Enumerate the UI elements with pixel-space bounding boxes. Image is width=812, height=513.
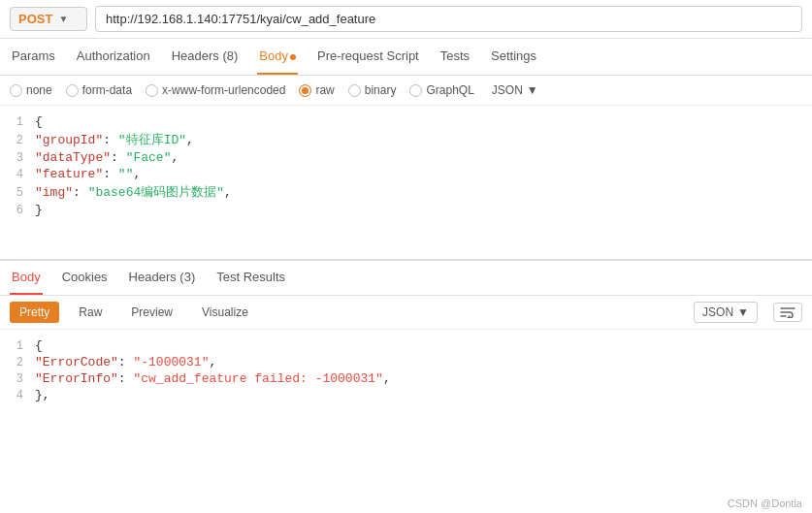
radio-binary — [348, 84, 361, 97]
code-line: 1{ — [0, 337, 812, 354]
response-chevron-icon: ▼ — [737, 305, 749, 319]
request-code-area: 1{2 "groupId": "特征库ID",3 "dataType": "Fa… — [0, 106, 812, 261]
brace-token: { — [35, 338, 43, 353]
response-tab-body[interactable]: Body — [10, 261, 43, 295]
line-content: "ErrorInfo": "cw_add_feature failed: -10… — [35, 371, 812, 386]
radio-form-data — [66, 84, 79, 97]
radio-none — [10, 84, 22, 97]
nav-tabs: Params Authorization Headers (8) Body Pr… — [0, 39, 812, 76]
colon-token: : — [103, 133, 118, 147]
sub-tab-preview[interactable]: Preview — [121, 302, 182, 323]
line-content: }, — [35, 388, 812, 402]
line-content: { — [35, 338, 812, 353]
line-number: 6 — [0, 204, 35, 217]
url-input[interactable] — [95, 6, 802, 32]
code-line: 6} — [0, 202, 812, 218]
tab-headers[interactable]: Headers (8) — [170, 39, 241, 75]
tab-settings[interactable]: Settings — [489, 39, 538, 75]
tab-pre-request[interactable]: Pre-request Script — [315, 39, 421, 75]
body-options: none form-data x-www-form-urlencoded raw… — [0, 76, 812, 106]
string-token: "Face" — [126, 150, 172, 165]
method-select[interactable]: POST ▼ — [10, 7, 87, 31]
response-nav: Body Cookies Headers (3) Test Results — [0, 261, 812, 296]
top-bar: POST ▼ — [0, 0, 812, 39]
brace-token: } — [35, 203, 43, 217]
line-content: "img": "base64编码图片数据", — [35, 183, 812, 201]
tab-tests[interactable]: Tests — [438, 39, 471, 75]
key-token: "ErrorInfo" — [35, 371, 118, 386]
brace-token: { — [35, 114, 43, 129]
tab-body[interactable]: Body — [257, 39, 298, 75]
option-graphql[interactable]: GraphQL — [409, 83, 473, 97]
key-token: "img" — [35, 185, 73, 200]
line-content: { — [35, 114, 812, 129]
line-content: "dataType": "Face", — [35, 150, 812, 165]
string-token: "base64编码图片数据" — [88, 185, 224, 200]
colon-token: : — [73, 185, 88, 200]
code-line: 4}, — [0, 387, 812, 403]
string-token: "特征库ID" — [118, 133, 186, 147]
sub-tab-pretty[interactable]: Pretty — [10, 302, 59, 323]
method-label: POST — [18, 12, 52, 26]
wrap-button[interactable] — [773, 303, 802, 322]
line-content: "feature": "", — [35, 167, 812, 181]
option-form-data[interactable]: form-data — [66, 83, 132, 97]
key-token: "ErrorCode" — [35, 355, 118, 369]
line-number: 3 — [0, 372, 35, 386]
response-tab-test-results[interactable]: Test Results — [214, 261, 287, 295]
response-tab-cookies[interactable]: Cookies — [60, 261, 110, 295]
colon-token: : — [118, 371, 134, 386]
tab-params[interactable]: Params — [10, 39, 57, 75]
colon-token: : — [111, 150, 126, 165]
code-line: 3 "dataType": "Face", — [0, 149, 812, 166]
comma-token: , — [383, 371, 391, 386]
option-binary[interactable]: binary — [348, 83, 397, 97]
sub-tab-raw[interactable]: Raw — [69, 302, 112, 323]
sub-tab-visualize[interactable]: Visualize — [192, 302, 258, 323]
comma-token: , — [133, 167, 141, 181]
tab-authorization[interactable]: Authorization — [75, 39, 152, 75]
json-chevron-icon: ▼ — [527, 83, 538, 97]
comma-token: , — [171, 150, 179, 165]
code-line: 3 "ErrorInfo": "cw_add_feature failed: -… — [0, 370, 812, 387]
line-content: "ErrorCode": "-1000031", — [35, 355, 812, 369]
option-raw[interactable]: raw — [299, 83, 334, 97]
line-number: 2 — [0, 134, 35, 147]
line-number: 2 — [0, 356, 35, 369]
json-format-select[interactable]: JSON ▼ — [492, 83, 538, 97]
key-token: "groupId" — [35, 133, 103, 147]
key-token: "feature" — [35, 167, 103, 181]
brace-token: } — [35, 388, 43, 402]
comma-token: , — [43, 388, 50, 402]
option-none[interactable]: none — [10, 83, 52, 97]
string-red-token: "cw_add_feature failed: -1000031" — [133, 371, 382, 386]
footer-text: CSDN @Dontla — [728, 497, 802, 509]
response-section: Body Cookies Headers (3) Test Results Pr… — [0, 261, 812, 411]
comma-token: , — [186, 133, 194, 147]
string-token: "" — [118, 167, 134, 181]
response-format-select[interactable]: JSON ▼ — [694, 302, 758, 323]
line-number: 4 — [0, 168, 35, 181]
line-number: 1 — [0, 339, 35, 353]
code-line: 2 "groupId": "特征库ID", — [0, 130, 812, 149]
line-content: "groupId": "特征库ID", — [35, 131, 812, 148]
colon-token: : — [103, 167, 118, 181]
line-content: } — [35, 203, 812, 217]
line-number: 3 — [0, 151, 35, 165]
response-tab-headers[interactable]: Headers (3) — [127, 261, 198, 295]
line-number: 5 — [0, 186, 35, 200]
line-number: 1 — [0, 115, 35, 129]
comma-token: , — [224, 185, 232, 200]
code-line: 2 "ErrorCode": "-1000031", — [0, 354, 812, 370]
method-chevron-icon: ▼ — [58, 14, 68, 24]
code-line: 5 "img": "base64编码图片数据", — [0, 182, 812, 202]
line-number: 4 — [0, 389, 35, 402]
body-dot — [290, 54, 296, 60]
code-line: 4 "feature": "", — [0, 166, 812, 182]
option-urlencoded[interactable]: x-www-form-urlencoded — [146, 83, 285, 97]
comma-token: , — [209, 355, 216, 369]
key-token: "dataType" — [35, 150, 111, 165]
radio-raw — [299, 84, 311, 97]
wrap-icon — [780, 306, 796, 318]
code-line: 1{ — [0, 113, 812, 130]
